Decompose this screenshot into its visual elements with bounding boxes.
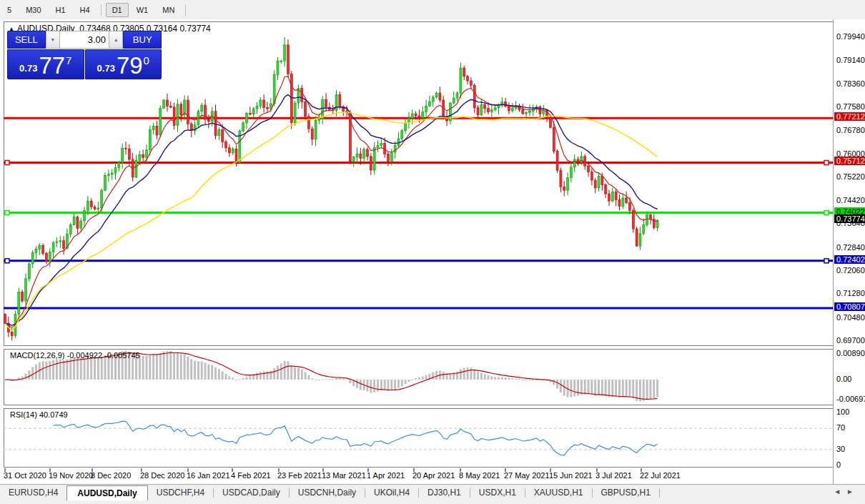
- buy-button[interactable]: BUY: [123, 31, 162, 49]
- date-axis-label[interactable]: 8 Dec 2020: [91, 471, 131, 480]
- chart-svg[interactable]: [0, 19, 865, 504]
- macd-scale-label[interactable]: -0.006977: [836, 395, 865, 403]
- date-axis-label[interactable]: 1 Apr 2021: [367, 471, 405, 480]
- chart-tab-ukoil[interactable]: UKOil,H4: [365, 485, 418, 500]
- chart-canvas[interactable]: ▲AUDUSD,Daily 0.73468 0.73805 0.73164 0.…: [0, 19, 865, 504]
- date-axis-label[interactable]: 16 Jan 2021: [187, 471, 230, 480]
- macd-scale-label[interactable]: 0.00: [836, 375, 851, 383]
- chart-tab-gbpusd[interactable]: GBPUSD,H1: [593, 485, 659, 500]
- price-axis-label[interactable]: 0.77580: [836, 102, 865, 111]
- timeframe-button-h4[interactable]: H4: [74, 3, 97, 17]
- chart-tab-usdcnh[interactable]: USDCNH,Daily: [290, 485, 365, 500]
- rsi-scale-label[interactable]: 70: [836, 423, 845, 432]
- volume-increase-button[interactable]: ▴: [109, 31, 123, 49]
- sell-price-display[interactable]: 0.73 77 7: [7, 49, 84, 79]
- date-axis-label[interactable]: 20 Apr 2021: [412, 471, 455, 480]
- rsi-scale-label[interactable]: 100: [836, 407, 849, 416]
- price-line-badge: 0.77212: [834, 112, 865, 121]
- timeframe-toolbar: 5M30H1H4D1W1MN: [0, 0, 865, 20]
- tab-scroll-arrows[interactable]: ◄►: [834, 485, 865, 495]
- price-axis-label[interactable]: 0.79940: [836, 32, 865, 41]
- price-line-badge: 0.72402: [834, 255, 865, 264]
- volume-decrease-button[interactable]: ▾: [46, 31, 60, 49]
- volume-input[interactable]: [60, 31, 109, 49]
- timeframe-button-5[interactable]: 5: [1, 3, 18, 17]
- toolbar-separator: [185, 4, 186, 16]
- date-axis-label[interactable]: 23 Feb 2021: [277, 471, 322, 480]
- tab-separator: [659, 488, 660, 498]
- date-axis-label[interactable]: 19 Nov 2020: [49, 471, 93, 480]
- rsi-scale-label[interactable]: 0: [836, 460, 841, 469]
- price-axis-label[interactable]: 0.72060: [836, 266, 865, 275]
- rsi-indicator-label: RSI(14) 40.0749: [10, 410, 68, 419]
- macd-indicator-label: MACD(12,26,9) -0.004922 -0.005745: [10, 351, 140, 360]
- date-axis-label[interactable]: 15 Jun 2021: [549, 471, 593, 480]
- trading-terminal-window: 5M30H1H4D1W1MN ▲AUDUSD,Daily 0.73468 0.7…: [0, 0, 865, 504]
- date-axis-label[interactable]: 28 Dec 2020: [140, 471, 184, 480]
- price-axis-label[interactable]: 0.72840: [836, 243, 865, 252]
- timeframe-button-m30[interactable]: M30: [19, 3, 47, 17]
- timeframe-button-h1[interactable]: H1: [49, 3, 72, 17]
- timeframe-button-mn[interactable]: MN: [156, 3, 181, 17]
- timeframe-button-w1[interactable]: W1: [130, 3, 155, 17]
- chart-tab-xauusd[interactable]: XAUUSD,H1: [525, 485, 592, 500]
- chart-tab-usdcad[interactable]: USDCAD,Daily: [214, 485, 289, 500]
- one-click-trade-panel: SELL ▾ ▴ BUY 0.73 77 7 0.73 79 0: [7, 31, 162, 79]
- buy-price-pip: 0: [144, 54, 149, 66]
- date-axis-label[interactable]: 4 Feb 2021: [231, 471, 271, 480]
- date-axis-label[interactable]: 8 May 2021: [459, 471, 500, 480]
- chart-tab-usdx[interactable]: USDX,H1: [470, 485, 525, 500]
- timeframe-button-d1[interactable]: D1: [106, 3, 129, 17]
- buy-price-big: 79: [117, 55, 143, 76]
- toolbar-separator: [101, 4, 102, 16]
- sell-price-small: 0.73: [19, 63, 37, 74]
- sell-price-big: 77: [39, 55, 65, 76]
- price-axis-label[interactable]: 0.79140: [836, 56, 865, 64]
- price-axis-label[interactable]: 0.71280: [836, 289, 865, 297]
- rsi-scale-label[interactable]: 30: [836, 445, 845, 453]
- price-axis-label[interactable]: 0.75220: [836, 172, 865, 181]
- buy-price-display[interactable]: 0.73 79 0: [85, 49, 162, 79]
- chart-tab-audusd[interactable]: AUDUSD,Daily: [66, 485, 147, 500]
- buy-price-small: 0.73: [97, 63, 115, 74]
- price-axis-label[interactable]: 0.78360: [836, 79, 865, 88]
- chart-tab-dj30[interactable]: DJ30,H1: [419, 485, 470, 500]
- date-axis-label[interactable]: 3 Jul 2021: [595, 471, 632, 480]
- price-axis-label[interactable]: 0.69700: [836, 336, 865, 345]
- price-axis-label[interactable]: 0.70480: [836, 313, 865, 322]
- date-axis-label[interactable]: 22 Jul 2021: [640, 471, 681, 480]
- price-axis-label[interactable]: 0.76780: [836, 126, 865, 134]
- date-axis-label[interactable]: 31 Oct 2020: [4, 471, 46, 480]
- price-axis-label[interactable]: 0.74420: [836, 196, 865, 204]
- date-axis-label[interactable]: 13 Mar 2021: [322, 471, 366, 480]
- price-line-badge: 0.75712: [834, 157, 865, 165]
- macd-scale-label[interactable]: 0.008903: [836, 349, 865, 357]
- chart-tab-eurusd[interactable]: EURUSD,H4: [0, 485, 66, 500]
- chart-tab-usdchf[interactable]: USDCHF,H4: [148, 485, 213, 500]
- sell-price-pip: 7: [66, 54, 71, 66]
- date-axis-label[interactable]: 27 May 2021: [504, 471, 550, 480]
- price-line-badge: 0.73774: [834, 214, 865, 223]
- sell-button[interactable]: SELL: [7, 31, 46, 49]
- chart-tab-bar: EURUSD,H4AUDUSD,DailyUSDCHF,H4USDCAD,Dai…: [0, 484, 865, 504]
- price-line-badge: 0.70807: [834, 302, 865, 311]
